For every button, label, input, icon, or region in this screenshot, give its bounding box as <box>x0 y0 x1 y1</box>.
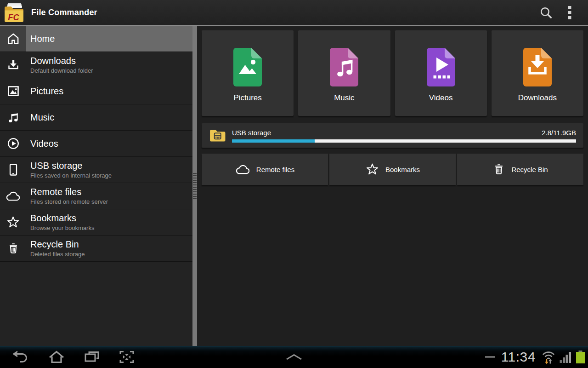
sidebar-splitter-handle[interactable] <box>192 26 197 346</box>
recent-apps-icon <box>84 350 100 364</box>
shortcut-row: Remote files Bookmarks Recycle Bin <box>202 154 583 185</box>
sidebar-item-remote-files[interactable]: Remote files Files stored on remote serv… <box>0 183 192 209</box>
sidebar-empty-area <box>0 262 192 346</box>
trash-icon <box>492 163 505 176</box>
sidebar-item-subtitle: Browse your bookmarks <box>30 224 94 231</box>
category-card-label: Pictures <box>233 93 261 103</box>
pictures-file-icon <box>232 48 263 86</box>
sidebar-item-label: Videos <box>30 138 58 149</box>
category-card-label: Downloads <box>518 93 557 103</box>
screen-capture-icon <box>119 350 135 364</box>
chevron-up-icon <box>285 354 303 360</box>
videos-file-icon <box>426 48 456 86</box>
usb-folder-icon <box>209 129 226 143</box>
cloud-icon <box>0 183 26 209</box>
category-card-label: Music <box>334 93 354 103</box>
recent-apps-button[interactable] <box>84 350 100 364</box>
home-icon <box>0 26 26 52</box>
sidebar-item-videos[interactable]: Videos <box>0 131 192 157</box>
minimize-dash-icon <box>485 356 495 358</box>
sidebar-item-pictures[interactable]: Pictures <box>0 78 192 104</box>
shortcut-label: Bookmarks <box>385 166 420 173</box>
usb-progress-fill <box>232 139 315 143</box>
app-title: File Commander <box>31 8 97 17</box>
category-card-row: Pictures Music <box>202 30 583 116</box>
screen-capture-button[interactable] <box>119 350 135 364</box>
sidebar-item-label: USB storage <box>30 161 112 171</box>
sidebar-item-label: Downloads <box>30 56 93 66</box>
category-card-videos[interactable]: Videos <box>395 30 487 116</box>
usb-storage-icon <box>0 157 26 183</box>
download-icon <box>0 52 26 78</box>
battery-icon <box>576 350 585 364</box>
system-nav-bar: 11:34 <box>0 346 588 368</box>
sidebar-item-usb-storage[interactable]: USB storage Files saved on internal stor… <box>0 157 192 183</box>
shortcut-recycle-bin[interactable]: Recycle Bin <box>457 154 583 185</box>
logo-text: FC <box>8 12 19 22</box>
shortcut-bookmarks[interactable]: Bookmarks <box>329 154 456 185</box>
main-panel: Pictures Music <box>197 26 588 346</box>
usb-progress-track <box>232 139 576 143</box>
category-card-music[interactable]: Music <box>298 30 390 116</box>
overflow-menu-button[interactable] <box>558 0 582 25</box>
home-nav-icon <box>48 350 65 364</box>
sidebar-item-music[interactable]: Music <box>0 104 192 131</box>
star-icon <box>0 209 26 235</box>
sidebar-item-label: Bookmarks <box>30 213 94 223</box>
sidebar: Home Downloads Default download folder <box>0 26 192 346</box>
expand-tray-button[interactable] <box>285 354 303 360</box>
sidebar-item-label: Home <box>30 34 55 44</box>
sidebar-item-home[interactable]: Home <box>0 26 192 52</box>
category-card-label: Videos <box>429 93 453 103</box>
shortcut-label: Recycle Bin <box>511 166 548 173</box>
back-icon <box>11 350 29 364</box>
star-icon <box>365 162 379 177</box>
sidebar-item-subtitle: Default download folder <box>30 67 93 74</box>
content-area: Home Downloads Default download folder <box>0 25 588 346</box>
signal-strength-icon <box>560 351 571 363</box>
action-bar: FC File Commander <box>0 0 588 25</box>
usb-storage-panel[interactable]: USB storage 2.8/11.9GB <box>202 123 583 148</box>
music-icon <box>0 104 26 130</box>
sidebar-item-bookmarks[interactable]: Bookmarks Browse your bookmarks <box>0 209 192 236</box>
splitter-grip-icon <box>193 173 197 200</box>
sidebar-item-label: Remote files <box>30 187 108 197</box>
music-file-icon <box>329 48 359 86</box>
sidebar-item-label: Pictures <box>30 86 63 96</box>
videos-icon <box>0 131 26 156</box>
category-card-downloads[interactable]: Downloads <box>492 30 583 116</box>
app-logo-icon: FC <box>4 2 25 23</box>
search-icon <box>539 6 553 19</box>
sidebar-item-downloads[interactable]: Downloads Default download folder <box>0 52 192 78</box>
clock: 11:34 <box>501 349 536 365</box>
sidebar-item-subtitle: Files saved on internal storage <box>30 172 112 179</box>
back-button[interactable] <box>11 350 29 364</box>
cloud-icon <box>235 164 250 175</box>
usb-storage-usage: 2.8/11.9GB <box>542 129 576 137</box>
sidebar-item-label: Recycle Bin <box>30 239 85 249</box>
pictures-icon <box>0 78 26 104</box>
download-file-icon <box>522 48 553 86</box>
sidebar-item-subtitle: Files stored on remote server <box>30 198 108 205</box>
sidebar-item-label: Music <box>30 112 54 122</box>
search-button[interactable] <box>534 0 558 25</box>
wifi-status-icon <box>542 350 555 364</box>
home-nav-button[interactable] <box>48 350 65 364</box>
sidebar-item-subtitle: Deleted files storage <box>30 251 85 258</box>
overflow-menu-icon <box>568 6 571 19</box>
sidebar-item-recycle-bin[interactable]: Recycle Bin Deleted files storage <box>0 236 192 262</box>
category-card-pictures[interactable]: Pictures <box>202 30 294 116</box>
trash-icon <box>0 236 26 261</box>
shortcut-remote-files[interactable]: Remote files <box>202 154 328 185</box>
shortcut-label: Remote files <box>256 166 294 173</box>
usb-storage-label: USB storage <box>232 129 271 137</box>
usb-storage-body: USB storage 2.8/11.9GB <box>232 129 576 143</box>
